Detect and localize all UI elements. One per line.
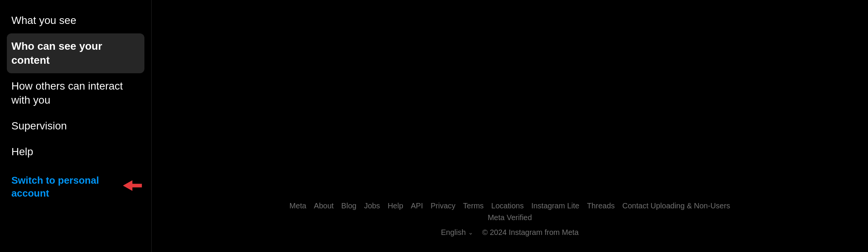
left-arrow-icon — [121, 178, 144, 193]
footer-link-about[interactable]: About — [314, 202, 334, 210]
sidebar-item-who-can-see[interactable]: Who can see your content — [7, 33, 144, 73]
main-content: Meta About Blog Jobs Help API Privacy Te… — [152, 0, 868, 252]
language-label: English — [441, 228, 466, 237]
sidebar: What you see Who can see your content Ho… — [0, 0, 152, 252]
chevron-down-icon: ⌄ — [468, 229, 473, 236]
footer-link-api[interactable]: API — [411, 202, 423, 210]
switch-to-personal-account-button[interactable]: Switch to personal account — [7, 168, 116, 206]
footer-link-terms[interactable]: Terms — [463, 202, 484, 210]
footer-link-contact-uploading[interactable]: Contact Uploading & Non-Users — [622, 202, 730, 210]
footer-link-threads[interactable]: Threads — [587, 202, 614, 210]
sidebar-item-what-you-see[interactable]: What you see — [7, 8, 144, 33]
footer-bottom: English ⌄ © 2024 Instagram from Meta — [441, 228, 578, 237]
footer-link-instagram-lite[interactable]: Instagram Lite — [531, 202, 580, 210]
svg-marker-0 — [123, 180, 142, 191]
sidebar-item-how-others-interact[interactable]: How others can interact with you — [7, 73, 144, 113]
footer-link-meta-verified[interactable]: Meta Verified — [488, 213, 532, 222]
footer: Meta About Blog Jobs Help API Privacy Te… — [282, 202, 737, 237]
sidebar-item-help[interactable]: Help — [7, 139, 144, 165]
footer-link-help[interactable]: Help — [388, 202, 403, 210]
footer-link-jobs[interactable]: Jobs — [364, 202, 380, 210]
language-selector[interactable]: English ⌄ — [441, 228, 473, 237]
footer-link-blog[interactable]: Blog — [341, 202, 356, 210]
footer-link-meta[interactable]: Meta — [290, 202, 306, 210]
footer-link-locations[interactable]: Locations — [491, 202, 524, 210]
copyright-text: © 2024 Instagram from Meta — [482, 228, 579, 237]
footer-link-privacy[interactable]: Privacy — [431, 202, 456, 210]
footer-links: Meta About Blog Jobs Help API Privacy Te… — [282, 202, 737, 222]
sidebar-item-supervision[interactable]: Supervision — [7, 113, 144, 139]
